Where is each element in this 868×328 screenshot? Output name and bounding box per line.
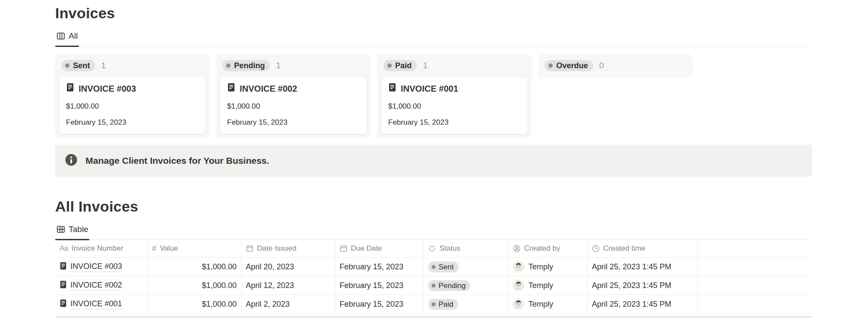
number-property-icon: # — [152, 244, 156, 253]
cell-date-issued[interactable]: April 12, 2023 — [241, 276, 335, 295]
cell-created-by[interactable]: Temply — [508, 276, 587, 295]
tab-table[interactable]: Table — [55, 225, 89, 239]
cell-empty — [698, 295, 812, 313]
avatar — [513, 261, 524, 272]
invoice-icon — [59, 280, 67, 291]
card-date: February 15, 2023 — [227, 118, 360, 127]
status-dot-icon — [432, 265, 436, 269]
column-header-date-issued[interactable]: Date Issued — [241, 240, 335, 257]
column-count: 0 — [599, 61, 604, 70]
invoice-link[interactable]: INVOICE #001 — [70, 299, 122, 309]
status-pill-pending: Pending — [428, 280, 470, 291]
tab-all-label: All — [69, 31, 78, 41]
status-pill-sent[interactable]: Sent — [61, 60, 95, 71]
status-dot-icon — [432, 302, 436, 306]
time-property-icon — [592, 245, 600, 252]
card-title: INVOICE #002 — [240, 83, 297, 94]
column-header-due-date[interactable]: Due Date — [335, 240, 424, 257]
cell-date-issued[interactable]: April 2, 2023 — [241, 295, 335, 313]
card-amount: $1,000.00 — [66, 102, 198, 111]
cell-invoice-number[interactable]: INVOICE #001 — [55, 295, 148, 313]
text-property-icon: Aa — [59, 244, 68, 253]
page-content: Invoices All Sent 1 — [55, 0, 812, 318]
status-dot-icon — [432, 284, 436, 288]
column-header-value[interactable]: # Value — [148, 240, 241, 257]
column-header-empty[interactable] — [698, 240, 812, 257]
board-card-invoice-002[interactable]: INVOICE #002 $1,000.00 February 15, 2023 — [220, 76, 367, 134]
status-pill-pending[interactable]: Pending — [222, 60, 270, 71]
column-header-created-by[interactable]: Created by — [508, 240, 587, 257]
status-pill-sent: Sent — [428, 262, 459, 272]
cell-created-by[interactable]: Temply — [508, 295, 587, 313]
cell-status[interactable]: Paid — [424, 295, 508, 313]
board-column-paid: Paid 1 INVOICE #001 $1,000.00 February 1… — [377, 54, 531, 138]
card-date: February 15, 2023 — [388, 118, 521, 127]
callout: Manage Client Invoices for Your Business… — [55, 145, 812, 177]
avatar — [513, 298, 524, 310]
invoice-icon — [66, 83, 74, 95]
board-view-tabbar: All — [55, 31, 812, 46]
status-dot-icon — [548, 63, 553, 68]
table-bottom-scrollbar[interactable] — [55, 316, 812, 318]
cell-invoice-number[interactable]: INVOICE #003 — [55, 258, 148, 276]
board-column-header[interactable]: Overdue 0 — [542, 58, 689, 74]
column-count: 1 — [276, 61, 281, 70]
invoice-link[interactable]: INVOICE #002 — [70, 281, 122, 291]
board-column-pending: Pending 1 INVOICE #002 $1,000.00 Februar… — [216, 54, 370, 138]
tab-table-label: Table — [69, 225, 88, 234]
column-count: 1 — [101, 61, 106, 70]
board-card-invoice-001[interactable]: INVOICE #001 $1,000.00 February 15, 2023 — [381, 76, 528, 134]
info-icon — [65, 153, 78, 168]
status-dot-icon — [387, 63, 392, 68]
cell-status[interactable]: Pending — [424, 276, 508, 295]
cell-value[interactable]: $1,000.00 — [148, 258, 241, 276]
card-title: INVOICE #001 — [401, 83, 458, 94]
table-row: INVOICE #002 $1,000.00 April 12, 2023 Fe… — [55, 276, 812, 295]
cell-created-time[interactable]: April 25, 2023 1:45 PM — [587, 258, 698, 276]
person-name: Temply — [528, 281, 553, 290]
invoices-board: Sent 1 INVOICE #003 $1,000.00 February 1… — [55, 54, 812, 138]
column-header-created-time[interactable]: Created time — [587, 240, 698, 257]
cell-value[interactable]: $1,000.00 — [148, 276, 241, 295]
callout-text: Manage Client Invoices for Your Business… — [86, 156, 269, 166]
column-header-invoice-number[interactable]: Aa Invoice Number — [55, 240, 148, 257]
cell-created-by[interactable]: Temply — [508, 258, 587, 276]
cell-value[interactable]: $1,000.00 — [148, 295, 241, 313]
date-property-icon — [246, 245, 254, 252]
tab-all[interactable]: All — [55, 31, 79, 46]
cell-empty — [698, 276, 812, 295]
board-card-invoice-003[interactable]: INVOICE #003 $1,000.00 February 15, 2023 — [59, 76, 206, 134]
board-section-title: Invoices — [55, 3, 812, 23]
status-dot-icon — [65, 63, 69, 68]
cell-date-issued[interactable]: April 20, 2023 — [241, 258, 335, 276]
card-title: INVOICE #003 — [79, 83, 136, 94]
board-column-header[interactable]: Paid 1 — [381, 58, 528, 76]
status-pill-overdue[interactable]: Overdue — [545, 60, 593, 71]
board-view-icon — [56, 32, 65, 40]
cell-due-date[interactable]: February 15, 2023 — [335, 295, 424, 313]
table-view-tabbar: Table — [55, 225, 812, 240]
board-column-header[interactable]: Sent 1 — [59, 58, 206, 76]
invoice-link[interactable]: INVOICE #003 — [70, 262, 122, 272]
status-property-icon — [428, 245, 436, 252]
cell-due-date[interactable]: February 15, 2023 — [335, 258, 424, 276]
invoice-icon — [59, 299, 67, 310]
person-name: Temply — [528, 300, 553, 309]
cell-invoice-number[interactable]: INVOICE #002 — [55, 276, 148, 295]
invoice-icon — [388, 83, 396, 95]
cell-due-date[interactable]: February 15, 2023 — [335, 276, 424, 295]
cell-created-time[interactable]: April 25, 2023 1:45 PM — [587, 295, 698, 313]
cell-status[interactable]: Sent — [424, 258, 508, 276]
column-count: 1 — [423, 61, 428, 70]
table-section-title: All Invoices — [55, 197, 812, 216]
status-pill-paid: Paid — [428, 299, 458, 310]
invoice-icon — [59, 262, 67, 272]
status-pill-paid[interactable]: Paid — [383, 60, 417, 71]
board-column-overdue: Overdue 0 — [538, 54, 693, 78]
board-column-header[interactable]: Pending 1 — [220, 58, 367, 76]
invoices-table: Aa Invoice Number # Value Date Issued Du… — [55, 240, 812, 318]
cell-empty — [698, 258, 812, 276]
table-row: INVOICE #001 $1,000.00 April 2, 2023 Feb… — [55, 295, 812, 314]
cell-created-time[interactable]: April 25, 2023 1:45 PM — [587, 276, 698, 295]
column-header-status[interactable]: Status — [424, 240, 508, 257]
